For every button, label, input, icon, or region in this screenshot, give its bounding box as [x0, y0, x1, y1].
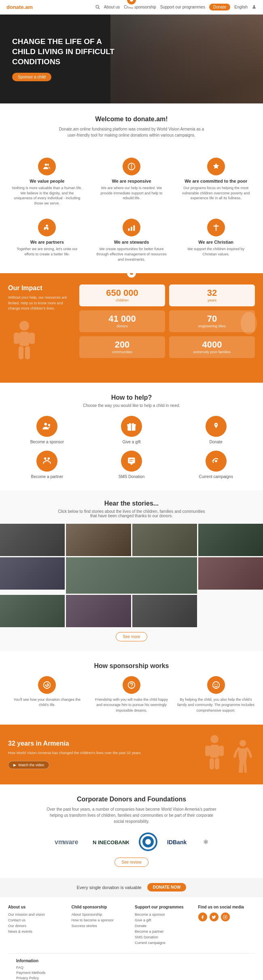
language-selector[interactable]: English	[234, 5, 248, 9]
nav-support[interactable]: Support our programmes	[160, 5, 205, 9]
user-icon[interactable]	[252, 4, 257, 10]
footer-about-item-3[interactable]: Our donors	[8, 924, 65, 928]
svg-point-36	[131, 686, 132, 687]
value-christian-desc: We support the children inspired by Chri…	[180, 247, 252, 257]
years-lifesaver	[124, 0, 139, 7]
donor-vmware: vm ware	[55, 837, 83, 846]
info-item-2[interactable]: Payment Methods	[16, 971, 247, 975]
christian-icon	[207, 219, 225, 236]
help-donate-label: Donate	[177, 440, 255, 444]
footer-support-item-5[interactable]: SMS Donation	[135, 935, 192, 939]
corporate-description: Over the past four years, a number of co…	[47, 806, 216, 824]
sms-icon	[121, 451, 142, 472]
social-icons	[198, 913, 255, 921]
see-more-button[interactable]: See more	[116, 632, 147, 641]
svg-point-14	[19, 321, 29, 331]
sponsor-child-button[interactable]: Sponsor a child	[12, 73, 51, 81]
svg-point-2	[253, 5, 255, 7]
footer-support-item-1[interactable]: Become a sponsor	[135, 913, 192, 917]
partners-icon	[38, 219, 56, 236]
main-nav: About us Child sponsorship Support our p…	[95, 4, 257, 11]
how-help-title: How to help?	[8, 394, 255, 401]
help-become-partner[interactable]: Become a partner	[8, 451, 86, 479]
instagram-icon[interactable]	[221, 913, 230, 921]
help-partner-label: Become a partner	[8, 474, 86, 479]
impact-left: Our Impact Without your help, our resour…	[8, 285, 73, 371]
years-content: 32 years in Armenia How World Vision Arm…	[8, 740, 194, 769]
value-responsive-desc: We are where our help is needed. We prov…	[96, 185, 168, 201]
partner-icon	[36, 451, 57, 472]
lifesaver-decoration	[124, 273, 139, 280]
years-description: How World Vision Armenia has changed the…	[8, 750, 194, 756]
stat-children-label: children	[83, 298, 161, 302]
help-donate[interactable]: Donate	[177, 416, 255, 444]
donate-message: Every single donation is valuable	[77, 885, 142, 890]
footer-about-item-2[interactable]: Contact us	[8, 918, 65, 922]
footer-sponsorship-item-3[interactable]: Success stories	[72, 924, 129, 928]
footer-support-title: Support our programmes	[135, 905, 192, 909]
photo-6	[66, 557, 197, 594]
help-become-sponsor[interactable]: Become a sponsor	[8, 416, 86, 444]
svg-text:ware: ware	[63, 839, 78, 845]
footer-about-item-4[interactable]: News & events	[8, 929, 65, 934]
svg-point-4	[47, 164, 49, 166]
corporate-section: Corporate Donors and Foundations Over th…	[0, 784, 263, 878]
donate-now-button[interactable]: DONATE NOW	[147, 883, 187, 891]
value-partners-title: We are partners	[11, 240, 83, 244]
photo-3	[132, 524, 197, 556]
logo[interactable]: donate.am	[6, 4, 33, 10]
sponsor-step-1: You'll see how your donation changes the…	[8, 676, 86, 714]
nav-about[interactable]: About us	[104, 5, 120, 9]
header-donate-button[interactable]: Donate	[209, 4, 230, 11]
value-poor: We are committed to the poor Our program…	[177, 154, 255, 209]
step2-description: Friendship with you will make the child …	[93, 697, 171, 714]
stewards-icon	[123, 219, 140, 236]
donor-idbank: IDBank	[167, 837, 193, 846]
svg-point-46	[240, 740, 246, 746]
search-icon[interactable]	[95, 4, 100, 10]
footer-support-item-6[interactable]: Current campaigns	[135, 941, 192, 945]
stories-section: Hear the stories... Click below to find …	[0, 490, 263, 651]
svg-point-28	[48, 457, 50, 459]
svg-point-27	[44, 457, 46, 459]
footer-support-item-4[interactable]: Become a partner	[135, 929, 192, 934]
info-item-1[interactable]: FAQ	[16, 965, 247, 969]
svg-rect-41	[210, 745, 219, 758]
svg-rect-43	[219, 746, 224, 756]
stat-donors-label: donors	[83, 324, 161, 328]
stat-donors-number: 41 000	[83, 314, 161, 323]
photo-grid	[0, 524, 263, 627]
footer-support-item-3[interactable]: Donate	[135, 924, 192, 928]
donate-icon	[206, 416, 227, 437]
photo-7	[198, 557, 263, 590]
help-campaigns[interactable]: Current campaigns	[177, 451, 255, 479]
donor-circle	[139, 832, 157, 851]
value-stewards: We are stewards We create opportunities …	[93, 215, 171, 265]
photo-8	[0, 595, 65, 627]
stat-years-number: 32	[173, 289, 251, 297]
help-sms[interactable]: SMS Donation	[93, 451, 171, 479]
help-give-gift[interactable]: Give a gift	[93, 416, 171, 444]
footer-support-item-2[interactable]: Give a gift	[135, 918, 192, 922]
watch-video-button[interactable]: ▶ Watch the video	[8, 761, 49, 769]
footer-sponsorship-item-2[interactable]: How to become a sponsor	[72, 918, 129, 922]
stories-subtitle: Click below to find stories about the li…	[55, 509, 208, 518]
step3-icon	[207, 676, 225, 694]
years-figures	[202, 734, 255, 775]
facebook-icon[interactable]	[198, 913, 207, 921]
svg-line-1	[98, 8, 100, 9]
footer-col-sponsorship: Child sponsorship About Sponsorship How …	[72, 905, 129, 946]
hero-content: CHANGE THE LIFE OF A CHILD LIVING IN DIF…	[0, 37, 129, 81]
svg-point-40	[210, 735, 218, 743]
footer-about-item-1[interactable]: Our mission and vision	[8, 913, 65, 917]
corporate-see-more-button[interactable]: See review	[115, 858, 148, 867]
stat-years: 32 years	[169, 285, 255, 306]
svg-point-8	[46, 225, 49, 227]
svg-rect-18	[19, 346, 23, 359]
footer-sponsorship-item-1[interactable]: About Sponsorship	[72, 913, 129, 917]
help-campaigns-label: Current campaigns	[177, 474, 255, 479]
twitter-icon[interactable]	[210, 913, 218, 921]
info-item-3[interactable]: Privacy Policy	[16, 976, 247, 980]
impact-description: Without your help, our resources are lim…	[8, 295, 73, 312]
footer-about-list: Our mission and vision Contact us Our do…	[8, 913, 65, 934]
